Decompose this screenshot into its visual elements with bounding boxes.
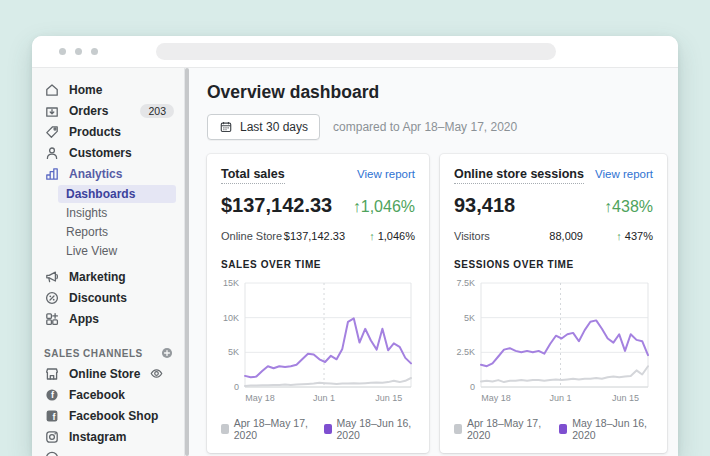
- svg-text:Jun 15: Jun 15: [375, 393, 402, 403]
- date-range-button[interactable]: Last 30 days: [207, 114, 320, 140]
- instagram-icon: [44, 429, 60, 445]
- legend-item-current: May 18–Jun 16, 2020: [324, 417, 415, 441]
- customers-icon: [44, 145, 60, 161]
- window-control-dot[interactable]: [75, 48, 82, 55]
- date-range-label: Last 30 days: [240, 120, 308, 134]
- desktop-background: Home Orders 203 Products: [0, 0, 710, 456]
- metric-cards-row: Total sales View report $137,142.33 ↑1,0…: [207, 154, 678, 453]
- orders-count-badge: 203: [140, 104, 174, 118]
- sidebar-subitem-insights[interactable]: Insights: [58, 204, 176, 222]
- sidebar-item-label: Marketing: [69, 270, 126, 284]
- main-content: Overview dashboard Last 30 days compared…: [185, 68, 678, 456]
- browser-window: Home Orders 203 Products: [32, 36, 678, 456]
- add-channel-icon[interactable]: [160, 346, 174, 360]
- store-icon: [44, 366, 60, 382]
- svg-text:Jun 15: Jun 15: [612, 393, 639, 403]
- sidebar-item-label: Analytics: [69, 167, 122, 181]
- vertical-scrollbar-thumb[interactable]: [185, 68, 189, 456]
- sidebar-item-apps[interactable]: Apps: [32, 308, 184, 329]
- sales-channel-item-online-store[interactable]: Online Store: [32, 363, 184, 384]
- breakdown-change: ↑ 1,046%: [359, 230, 415, 243]
- facebook-shop-icon: f: [44, 408, 60, 424]
- sidebar-item-label: Customers: [69, 146, 132, 160]
- compare-period-text: compared to Apr 18–May 17, 2020: [333, 120, 517, 134]
- svg-text:7.5K: 7.5K: [456, 278, 475, 288]
- chart-title: SALES OVER TIME: [221, 259, 415, 270]
- svg-text:2.5K: 2.5K: [456, 347, 475, 357]
- sidebar-item-label: Home: [69, 83, 102, 97]
- sales-channel-item-facebook[interactable]: f Facebook: [32, 384, 184, 405]
- legend-swatch: [221, 424, 229, 434]
- view-report-link[interactable]: View report: [357, 168, 415, 180]
- sidebar-item-label: Facebook Shop: [69, 409, 158, 423]
- megaphone-icon: [44, 269, 60, 285]
- breakdown-change: ↑ 437%: [597, 230, 653, 243]
- legend-swatch: [559, 424, 567, 434]
- orders-icon: [44, 103, 60, 119]
- legend-item-current: May 18–Jun 16, 2020: [559, 417, 653, 441]
- home-icon: [44, 82, 60, 98]
- window-controls: [59, 48, 98, 55]
- sales-channel-item-partial[interactable]: [32, 447, 184, 456]
- legend-swatch: [454, 424, 462, 434]
- sidebar-item-analytics[interactable]: Analytics: [32, 163, 184, 184]
- card-title[interactable]: Online store sessions: [454, 167, 584, 184]
- apps-icon: [44, 311, 60, 327]
- view-report-link[interactable]: View report: [595, 168, 653, 180]
- svg-text:5K: 5K: [228, 347, 239, 357]
- calendar-icon: [219, 120, 233, 134]
- breakdown-label: Online Store: [221, 230, 283, 243]
- filter-bar: Last 30 days compared to Apr 18–May 17, …: [207, 114, 678, 140]
- legend-item-previous: Apr 18–May 17, 2020: [454, 417, 547, 441]
- discount-icon: [44, 290, 60, 306]
- chart-legend: Apr 18–May 17, 2020 May 18–Jun 16, 2020: [454, 417, 653, 441]
- up-arrow-icon: ↑: [369, 230, 378, 242]
- breakdown-value: $137,142.33: [283, 230, 359, 243]
- sidebar-subitem-live-view[interactable]: Live View: [58, 242, 176, 260]
- svg-text:5K: 5K: [464, 313, 475, 323]
- legend-swatch: [324, 424, 332, 434]
- window-control-dot[interactable]: [91, 48, 98, 55]
- sessions-over-time-chart: 02.5K5K7.5KMay 18Jun 1Jun 15: [454, 277, 653, 411]
- analytics-icon: [44, 166, 60, 182]
- svg-text:0: 0: [234, 382, 239, 392]
- sidebar-item-discounts[interactable]: Discounts: [32, 287, 184, 308]
- svg-text:Jun 1: Jun 1: [549, 393, 571, 403]
- tag-icon: [44, 124, 60, 140]
- sidebar-item-orders[interactable]: Orders 203: [32, 100, 184, 121]
- sidebar-subitem-reports[interactable]: Reports: [58, 223, 176, 241]
- card-title[interactable]: Total sales: [221, 167, 285, 184]
- total-sales-card: Total sales View report $137,142.33 ↑1,0…: [207, 154, 429, 453]
- eye-icon[interactable]: [149, 366, 165, 382]
- metric-change: ↑1,046%: [353, 198, 415, 216]
- sidebar-subitem-dashboards[interactable]: Dashboards: [58, 185, 176, 203]
- breakdown-label: Visitors: [454, 230, 516, 243]
- app-frame: Home Orders 203 Products: [32, 68, 678, 456]
- svg-text:15K: 15K: [223, 278, 239, 288]
- address-bar[interactable]: [156, 43, 556, 60]
- metric-change: ↑438%: [604, 198, 653, 216]
- partial-channel-icon: [44, 450, 60, 456]
- chart-title: SESSIONS OVER TIME: [454, 259, 653, 270]
- breakdown-row: Visitors 88,009 ↑ 437%: [454, 230, 653, 243]
- facebook-icon: f: [44, 387, 60, 403]
- sidebar-item-home[interactable]: Home: [32, 79, 184, 100]
- sidebar-item-label: Apps: [69, 312, 99, 326]
- sidebar-item-label: Products: [69, 125, 121, 139]
- page-title: Overview dashboard: [207, 82, 678, 103]
- sidebar-item-products[interactable]: Products: [32, 121, 184, 142]
- sidebar-item-marketing[interactable]: Marketing: [32, 266, 184, 287]
- sidebar-item-label: Orders: [69, 104, 108, 118]
- sales-channels-header: SALES CHANNELS: [32, 343, 184, 363]
- metric-value: $137,142.33: [221, 194, 332, 217]
- sales-channel-item-facebook-shop[interactable]: f Facebook Shop: [32, 405, 184, 426]
- chart-legend: Apr 18–May 17, 2020 May 18–Jun 16, 2020: [221, 417, 415, 441]
- svg-text:May 18: May 18: [245, 393, 275, 403]
- window-control-dot[interactable]: [59, 48, 66, 55]
- online-store-sessions-card: Online store sessions View report 93,418…: [440, 154, 667, 453]
- sidebar-item-customers[interactable]: Customers: [32, 142, 184, 163]
- sidebar-item-label: Discounts: [69, 291, 127, 305]
- sales-channel-item-instagram[interactable]: Instagram: [32, 426, 184, 447]
- legend-item-previous: Apr 18–May 17, 2020: [221, 417, 312, 441]
- svg-text:May 18: May 18: [481, 393, 511, 403]
